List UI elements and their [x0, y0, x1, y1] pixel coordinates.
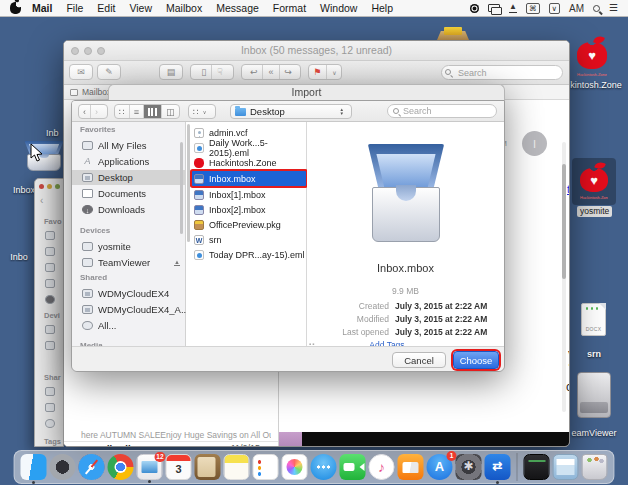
hackintosh-zone-desktop-icon[interactable]: ♥ Hackintosh.Zone [577, 36, 607, 72]
forward-button[interactable]: ↪ [279, 65, 298, 79]
dock-facetime-icon[interactable] [340, 454, 366, 480]
inbox2-desktop-label[interactable]: Inbo [2, 252, 36, 262]
sheet-search-input[interactable] [387, 104, 497, 118]
sidebar-item-yosmite[interactable]: yosmite [72, 239, 186, 254]
get-mail-button[interactable]: ✉ [69, 64, 93, 80]
sidebar-item-wdmycloud-a[interactable]: WDMyCloudEX4_A... [72, 302, 186, 317]
dock-notes-icon[interactable] [224, 454, 250, 480]
sidebar-item-all-my-files[interactable]: All My Files [72, 138, 186, 153]
flag-menu-button[interactable]: ∨ [326, 65, 341, 79]
mail-search-input[interactable] [441, 65, 563, 80]
file-row-daily-work[interactable]: Daily Work...5-2015).eml [192, 140, 306, 155]
input-source-icon[interactable]: ⌘ [526, 3, 540, 14]
teamviewer-drive-desktop-icon[interactable] [577, 372, 611, 418]
sidebar-item-documents[interactable]: Documents [72, 186, 186, 201]
file-row-today-dpr[interactable]: Today DPR...ay-15).eml [192, 247, 306, 262]
dock-reminders-icon[interactable] [253, 454, 279, 480]
resize-grip[interactable]: ▪▪ [309, 341, 315, 347]
column-view-button[interactable] [143, 105, 161, 118]
dock-stack-icon[interactable] [524, 454, 550, 480]
menu-edit[interactable]: Edit [90, 2, 122, 14]
dock-teamviewer-icon[interactable]: ⇄ [485, 454, 511, 480]
dock-safari-icon[interactable] [79, 454, 105, 480]
background-finder-window[interactable]: ‹ Favo Devi Shar Tags [34, 178, 64, 447]
dock-system-preferences-icon[interactable]: ✱ [456, 454, 482, 480]
eject-icon[interactable]: ▲ [509, 3, 517, 13]
dock-chrome-icon[interactable] [108, 454, 134, 480]
close-button[interactable] [39, 184, 44, 189]
srn-label[interactable]: srn [576, 349, 612, 359]
displays-icon[interactable] [488, 4, 500, 12]
sidebar-item-downloads[interactable]: ↓Downloads [72, 202, 186, 217]
menu-clock[interactable]: AM [569, 3, 584, 14]
menu-view[interactable]: View [122, 2, 159, 14]
dock-launchpad-icon[interactable] [50, 454, 76, 480]
menu-format[interactable]: Format [266, 2, 313, 14]
menu-help[interactable]: Help [364, 2, 400, 14]
sidebar-item-all-network[interactable]: All... [72, 318, 186, 333]
dock-trash-icon[interactable] [582, 454, 608, 480]
dock-appstore-icon[interactable]: A1 [427, 454, 453, 480]
action-menu-button[interactable]: ∷∨ [188, 104, 216, 119]
back-button[interactable]: ‹ [40, 195, 43, 206]
dock-calendar-icon[interactable]: 3 [166, 454, 192, 480]
trash-button[interactable]: ▯ [196, 65, 211, 79]
sidebar-scrollbar[interactable] [180, 142, 183, 234]
yosmite-label[interactable]: yosmite [577, 206, 612, 217]
sidebar-item-wdmycloud[interactable]: WDMyCloudEX4 [72, 286, 186, 301]
eject-icon[interactable]: ▲ [174, 259, 180, 266]
junk-button[interactable]: ☟ [211, 65, 227, 79]
dock-messages-icon[interactable] [311, 454, 337, 480]
scrollbar-thumb[interactable] [562, 164, 566, 279]
coverflow-view-button[interactable]: ◫ [161, 105, 179, 118]
yosmite-desktop-icon[interactable]: ♥ Hackintosh.Zone [580, 162, 608, 195]
sidebar-item-desktop[interactable]: Desktop [72, 170, 186, 185]
record-icon[interactable] [470, 4, 479, 13]
compose-button[interactable]: ✎ [97, 64, 121, 80]
choose-button[interactable]: Choose [453, 351, 499, 369]
menu-mail[interactable]: Mail [25, 2, 59, 14]
list-view-button[interactable]: ≡ [129, 105, 143, 118]
package-desktop-icon[interactable] [437, 27, 469, 40]
reply-all-button[interactable]: « [262, 65, 278, 79]
notification-center-icon[interactable]: ☰ [609, 3, 618, 13]
location-popup[interactable]: Desktop ▲▼ [230, 104, 352, 119]
dock-window-preview-icon[interactable] [553, 454, 579, 480]
forward-button[interactable]: › [90, 105, 102, 118]
dock-mail-icon[interactable]: 12 [137, 454, 163, 480]
icon-view-button[interactable]: ∷ [115, 105, 129, 118]
menu-window[interactable]: Window [313, 2, 364, 14]
email-link[interactable]: tes & special [567, 183, 570, 195]
sidebar-item-applications[interactable]: AApplications [72, 154, 186, 169]
desktop-label-partial[interactable]: Inb [46, 128, 59, 138]
message-sender[interactable]: IncrediMail [81, 443, 131, 447]
file-row-inbox1-mbox[interactable]: Inbox[1].mbox [192, 187, 306, 202]
back-button[interactable]: ‹ [79, 105, 90, 118]
dock-ibooks-icon[interactable] [398, 454, 424, 480]
menu-file[interactable]: File [59, 2, 90, 14]
apple-menu-icon[interactable] [10, 2, 21, 14]
teamviewer-drive-label[interactable]: eamViewer [564, 428, 624, 438]
file-row-inbox-mbox-selected[interactable]: Inbox.mbox [192, 171, 306, 186]
dock-contacts-icon[interactable] [195, 454, 221, 480]
spotlight-icon[interactable] [593, 5, 600, 12]
dock-itunes-icon[interactable]: ♪ [369, 454, 395, 480]
file-row-officepreview-pkg[interactable]: OfficePreview.pkg [192, 217, 306, 232]
dock-photos-icon[interactable] [282, 454, 308, 480]
srn-docx-desktop-icon[interactable]: DOCX [581, 303, 606, 336]
chevron-icon[interactable]: ∨ [549, 3, 561, 14]
cancel-button[interactable]: Cancel [392, 352, 446, 368]
zoom-button[interactable] [55, 184, 60, 189]
file-row-srn[interactable]: Wsrn [192, 232, 306, 247]
hackintosh-zone-label[interactable]: kintosh.Zone [568, 80, 624, 90]
file-row-inbox2-mbox[interactable]: Inbox[2].mbox [192, 202, 306, 217]
file-list-scrollbar[interactable] [187, 124, 190, 242]
dock-finder-icon[interactable] [21, 454, 47, 480]
flag-button[interactable]: ⚑ [308, 65, 326, 79]
menu-mailbox[interactable]: Mailbox [159, 2, 209, 14]
file-row-hackintosh-zone[interactable]: Hackintosh.Zone [192, 155, 306, 170]
archive-button[interactable]: ▤ [159, 64, 183, 80]
vertical-scrollbar[interactable] [562, 142, 566, 412]
reply-button[interactable]: ↩ [245, 65, 263, 79]
menu-message[interactable]: Message [209, 2, 266, 14]
